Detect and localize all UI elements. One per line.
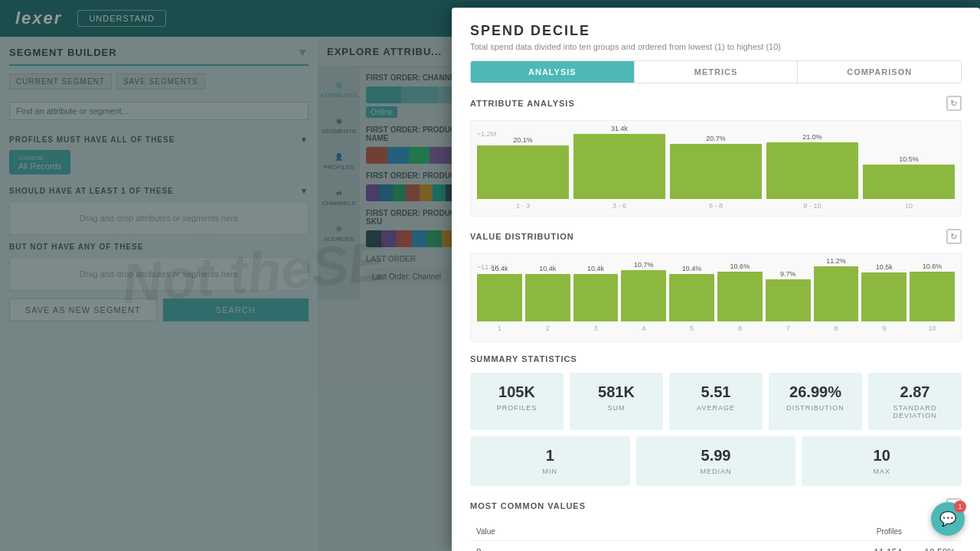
attr-bar: 21.0% 8 - 10 [766,133,858,210]
summary-statistics-header: SUMMARY STATISTICS [470,354,962,364]
spend-decile-modal: SPEND DECILE Total spend data divided in… [452,8,980,551]
table-header: Value Profiles % [470,523,962,541]
value-distribution-refresh[interactable]: ↻ [946,229,962,244]
val-bar: 11.2% 8 [814,257,859,332]
attr-bar: 31.4k 3 - 6 [573,125,665,210]
attribute-analysis-header: ATTRIBUTE ANALYSIS ↻ [470,96,962,111]
val-bar: 10.4k 2 [525,265,570,332]
stat-card: 10MAX [802,436,962,486]
val-bar: 10.7% 4 [621,261,666,332]
attr-bar: 10.5% 10 [863,155,955,210]
value-distribution-header: VALUE DISTRIBUTION ↻ [470,229,962,244]
val-bar: 10.4% 5 [669,265,714,332]
modal-title: SPEND DECILE [470,23,962,39]
table-row: 8 11,154 10.58% [470,541,962,551]
attribute-analysis-refresh[interactable]: ↻ [946,96,962,111]
modal-tabs: ANALYSIS METRICS COMPARISON [470,60,962,83]
val-bar: 9.7% 7 [766,270,811,332]
attribute-analysis-chart: ~1.2M 20.1% 1 - 3 31.4k 3 - 6 20.7% 6 - … [470,120,962,217]
tab-comparison[interactable]: COMPARISON [798,61,961,83]
tab-metrics[interactable]: METRICS [635,61,799,83]
stat-card: 5.99MEDIAN [636,436,796,486]
val-bar: 10.4k 3 [573,265,619,332]
chat-badge: 1 [954,500,966,513]
stat-card: 581KSUM [570,373,663,430]
common-values-table: 8 11,154 10.58% 4 10,741 10.22% 6 10,710 [470,541,962,551]
tab-analysis[interactable]: ANALYSIS [471,61,635,83]
attr-bar: 20.7% 6 - 8 [670,135,762,210]
stat-card: 105KPROFILES [470,373,564,430]
stat-card: 1MIN [470,436,630,486]
attr-bar: 20.1% 1 - 3 [477,136,569,210]
stat-card: 5.51AVERAGE [669,373,763,430]
val-bar: 10.6% 6 [717,262,763,332]
val-bar: 10.4k 1 [477,265,522,332]
stat-card: 2.87STANDARD DEVIATION [868,373,962,430]
val-bar: 10.6% 10 [910,262,955,332]
val-bar: 10.5k 9 [861,263,906,332]
value-distribution-chart: ~11.6K 10.4k 1 10.4k 2 10.4k 3 10.7% 4 1… [470,253,962,342]
most-common-values-header: MOST COMMON VALUES ↻ [470,498,962,514]
stats-row2: 1MIN5.99MEDIAN10MAX [470,436,962,486]
modal-body: ATTRIBUTE ANALYSIS ↻ ~1.2M 20.1% 1 - 3 3… [452,96,980,551]
modal-header: SPEND DECILE Total spend data divided in… [452,8,980,60]
chat-widget[interactable]: 💬 1 [931,502,965,536]
modal-subtitle: Total spend data divided into ten groups… [470,42,962,51]
stat-card: 26.99%DISTRIBUTION [769,373,862,430]
stats-row1: 105KPROFILES581KSUM5.51AVERAGE26.99%DIST… [470,373,962,430]
